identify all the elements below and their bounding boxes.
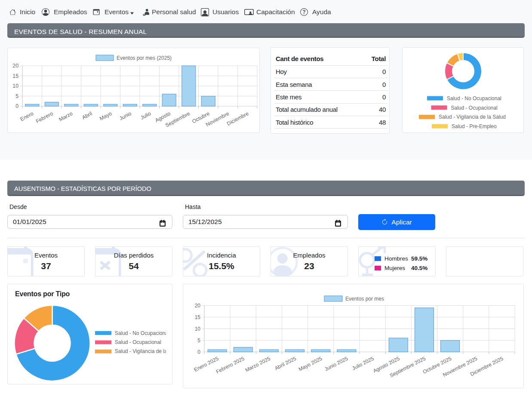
svg-text:15: 15 (195, 314, 201, 320)
svg-text:Salud - Pre-Empleo: Salud - Pre-Empleo (452, 123, 497, 129)
svg-text:Junio 2025: Junio 2025 (324, 356, 349, 372)
svg-text:0: 0 (15, 103, 18, 109)
svg-text:Salud - Vigilancia de la Salud: Salud - Vigilancia de la Salud (439, 114, 506, 120)
svg-text:5: 5 (197, 338, 200, 344)
svg-text:Mayo 2025: Mayo 2025 (298, 356, 323, 373)
svg-text:Salud - Ocupacional: Salud - Ocupacional (451, 105, 498, 111)
svg-text:Marzo: Marzo (58, 110, 74, 123)
svg-text:Eventos por mes: Eventos por mes (345, 296, 384, 302)
svg-text:Salud - No Ocupacional: Salud - No Ocupacional (447, 95, 501, 101)
svg-text:Abril: Abril (81, 110, 93, 121)
svg-text:Junio: Junio (118, 110, 132, 122)
svg-text:10: 10 (195, 326, 201, 332)
svg-text:Marzo 2025: Marzo 2025 (244, 356, 271, 373)
svg-text:Febrero 2025: Febrero 2025 (215, 356, 246, 375)
svg-text:0: 0 (197, 349, 200, 355)
svg-text:5: 5 (15, 93, 18, 99)
svg-text:Salud - No Ocupaciona: Salud - No Ocupaciona (115, 330, 166, 336)
svg-text:Julio 2025: Julio 2025 (351, 356, 375, 371)
svg-text:15: 15 (12, 73, 18, 79)
svg-text:10: 10 (12, 83, 18, 89)
svg-text:20: 20 (195, 303, 201, 309)
svg-text:Salud - Ocupacional: Salud - Ocupacional (115, 339, 161, 345)
svg-text:Diciembre: Diciembre (226, 110, 250, 127)
svg-text:Mayo: Mayo (98, 110, 113, 122)
svg-text:Abril 2025: Abril 2025 (274, 356, 297, 371)
svg-text:Eventos por mes (2025): Eventos por mes (2025) (117, 55, 172, 61)
svg-text:Febrero: Febrero (35, 110, 54, 125)
svg-text:Enero: Enero (19, 110, 35, 123)
svg-text:Julio: Julio (139, 110, 152, 121)
svg-text:20: 20 (12, 63, 18, 69)
svg-text:Salud - Vigilancia de la: Salud - Vigilancia de la (115, 348, 166, 354)
